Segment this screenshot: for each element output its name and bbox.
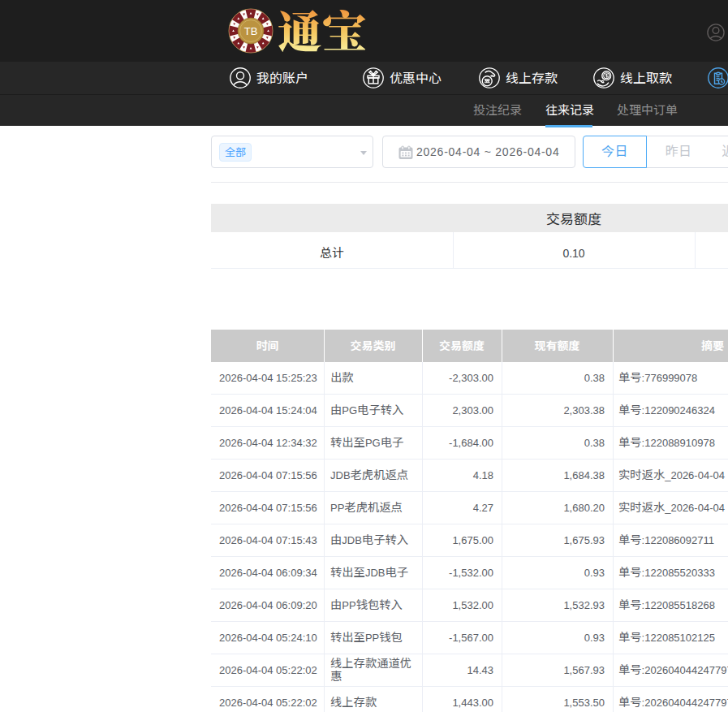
svg-text:TB: TB [244,25,258,37]
